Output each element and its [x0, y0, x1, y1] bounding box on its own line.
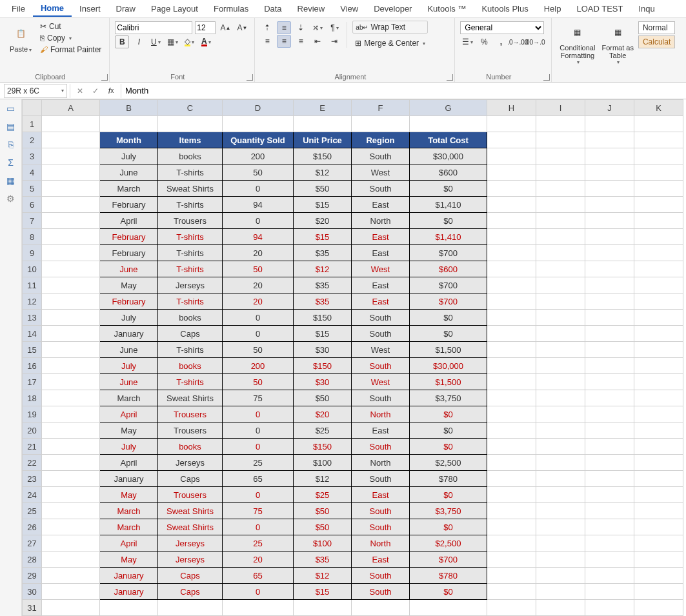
- table-cell[interactable]: 25: [223, 535, 294, 551]
- table-cell[interactable]: $50: [294, 503, 352, 519]
- row-header[interactable]: 19: [23, 406, 42, 422]
- table-cell[interactable]: 65: [223, 471, 294, 487]
- align-right-icon[interactable]: ≡: [294, 35, 308, 48]
- table-cell[interactable]: $780: [410, 568, 487, 584]
- tab-kutools[interactable]: Kutools ™: [419, 1, 474, 16]
- table-cell[interactable]: $0: [410, 326, 487, 342]
- align-left-icon[interactable]: ≡: [260, 35, 274, 48]
- nav-icon[interactable]: ⚙: [5, 194, 17, 204]
- table-header-cell[interactable]: Quantity Sold: [223, 132, 294, 148]
- tab-draw[interactable]: Draw: [108, 1, 143, 16]
- table-cell[interactable]: South: [352, 568, 410, 584]
- table-cell[interactable]: $35: [294, 551, 352, 568]
- tab-formulas[interactable]: Formulas: [206, 1, 256, 16]
- table-cell[interactable]: 94: [223, 229, 294, 245]
- fill-color-button[interactable]: ◇▾: [182, 35, 196, 48]
- row-header[interactable]: 7: [23, 213, 42, 229]
- row-header[interactable]: 23: [23, 471, 42, 487]
- nav-icon[interactable]: ▦: [5, 175, 17, 186]
- increase-font-icon[interactable]: A▲: [218, 21, 232, 34]
- row-header[interactable]: 15: [23, 342, 42, 358]
- align-middle-icon[interactable]: ≡: [277, 21, 291, 34]
- table-cell[interactable]: April: [100, 455, 158, 471]
- table-cell[interactable]: $25: [294, 487, 352, 503]
- paste-button[interactable]: 📋 Paste▾: [5, 21, 36, 55]
- table-cell[interactable]: $35: [294, 293, 352, 310]
- table-cell[interactable]: 0: [223, 487, 294, 503]
- decrease-indent-icon[interactable]: ⇤: [310, 35, 325, 48]
- tab-home[interactable]: Home: [33, 1, 72, 17]
- bold-button[interactable]: B: [115, 35, 129, 48]
- table-cell[interactable]: $100: [294, 455, 352, 471]
- table-cell[interactable]: East: [352, 229, 410, 245]
- table-cell[interactable]: 50: [223, 261, 294, 277]
- table-cell[interactable]: 75: [223, 390, 294, 406]
- table-cell[interactable]: East: [352, 293, 410, 310]
- dialog-launcher-icon[interactable]: [543, 74, 550, 81]
- table-cell[interactable]: Sweat Shirts: [158, 390, 223, 406]
- table-cell[interactable]: $150: [294, 439, 352, 455]
- table-cell[interactable]: April: [100, 535, 158, 551]
- name-box[interactable]: 29R x 6C▾: [4, 84, 67, 98]
- table-header-cell[interactable]: Region: [352, 132, 410, 148]
- col-header-J[interactable]: J: [585, 100, 634, 116]
- row-header[interactable]: 3: [23, 148, 42, 164]
- align-bottom-icon[interactable]: ⇣: [294, 21, 308, 34]
- table-cell[interactable]: June: [100, 374, 158, 390]
- nav-icon[interactable]: ⎘: [5, 139, 17, 150]
- table-cell[interactable]: books: [158, 310, 223, 326]
- table-cell[interactable]: 0: [223, 213, 294, 229]
- table-cell[interactable]: Jerseys: [158, 535, 223, 551]
- table-cell[interactable]: January: [100, 568, 158, 584]
- format-painter-button[interactable]: 🖌Format Painter: [37, 44, 104, 55]
- spreadsheet-grid[interactable]: ABCDEFGHIJK 12MonthItemsQuantity SoldUni…: [22, 99, 686, 616]
- table-cell[interactable]: $25: [294, 422, 352, 439]
- table-cell[interactable]: 50: [223, 374, 294, 390]
- table-cell[interactable]: West: [352, 164, 410, 181]
- cancel-icon[interactable]: ✕: [73, 84, 87, 97]
- table-cell[interactable]: Trousers: [158, 213, 223, 229]
- col-header-C[interactable]: C: [158, 100, 223, 116]
- tab-data[interactable]: Data: [256, 1, 289, 16]
- table-cell[interactable]: July: [100, 148, 158, 164]
- table-cell[interactable]: 0: [223, 519, 294, 535]
- table-cell[interactable]: South: [352, 584, 410, 600]
- row-header[interactable]: 26: [23, 519, 42, 535]
- tab-kutoolsplus[interactable]: Kutools Plus: [474, 1, 536, 16]
- table-cell[interactable]: $50: [294, 181, 352, 197]
- table-cell[interactable]: 20: [223, 551, 294, 568]
- table-cell[interactable]: April: [100, 406, 158, 422]
- font-size-select[interactable]: [195, 21, 216, 34]
- format-as-table-button[interactable]: ▦ Format as Table▾: [599, 21, 636, 66]
- table-cell[interactable]: North: [352, 455, 410, 471]
- table-cell[interactable]: June: [100, 342, 158, 358]
- row-header[interactable]: 14: [23, 326, 42, 342]
- table-cell[interactable]: February: [100, 197, 158, 213]
- table-cell[interactable]: South: [352, 310, 410, 326]
- table-cell[interactable]: $0: [410, 310, 487, 326]
- select-all-corner[interactable]: [23, 100, 42, 116]
- row-header[interactable]: 29: [23, 568, 42, 584]
- decrease-font-icon[interactable]: A▼: [235, 21, 249, 34]
- row-header[interactable]: 8: [23, 229, 42, 245]
- table-cell[interactable]: $700: [410, 551, 487, 568]
- table-cell[interactable]: T-shirts: [158, 164, 223, 181]
- table-cell[interactable]: $3,750: [410, 503, 487, 519]
- table-cell[interactable]: January: [100, 584, 158, 600]
- table-cell[interactable]: 0: [223, 406, 294, 422]
- row-header[interactable]: 11: [23, 277, 42, 293]
- table-cell[interactable]: books: [158, 148, 223, 164]
- col-header-I[interactable]: I: [536, 100, 585, 116]
- table-cell[interactable]: East: [352, 422, 410, 439]
- row-header[interactable]: 25: [23, 503, 42, 519]
- decrease-decimal-icon[interactable]: .00→.0: [527, 35, 541, 48]
- font-color-button[interactable]: A▾: [199, 35, 213, 48]
- comma-icon[interactable]: ,: [494, 35, 508, 48]
- table-cell[interactable]: July: [100, 310, 158, 326]
- table-cell[interactable]: May: [100, 487, 158, 503]
- table-header-cell[interactable]: Month: [100, 132, 158, 148]
- table-cell[interactable]: 0: [223, 181, 294, 197]
- table-cell[interactable]: West: [352, 374, 410, 390]
- row-header[interactable]: 5: [23, 181, 42, 197]
- row-header[interactable]: 21: [23, 439, 42, 455]
